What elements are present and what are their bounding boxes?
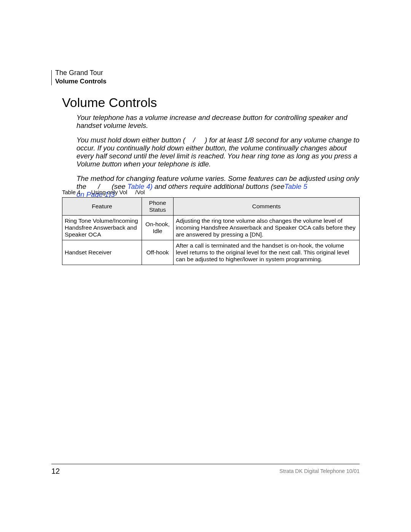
table-header-row: Feature Phone Status Comments <box>62 198 360 216</box>
section-name: Volume Controls <box>55 77 107 85</box>
chapter-name: The Grand Tour <box>55 69 107 77</box>
cell-feature: Handset Receiver <box>62 240 142 265</box>
page-content: The Grand Tour Volume Controls Volume Co… <box>51 69 360 479</box>
table-row: Ring Tone Volume/Incoming Handsfree Answ… <box>62 216 360 240</box>
cell-comments: After a call is terminated and the hands… <box>174 240 360 265</box>
col-feature: Feature <box>62 198 142 216</box>
col-comments: Comments <box>174 198 360 216</box>
page-title: Volume Controls <box>62 95 157 110</box>
table5-link[interactable]: Table 5 <box>284 182 307 190</box>
cell-comments: Adjusting the ring tone volume also chan… <box>174 216 360 240</box>
volume-table: Feature Phone Status Comments Ring Tone … <box>62 197 360 265</box>
cell-status: Off-hook <box>142 240 174 265</box>
cell-feature: Ring Tone Volume/Incoming Handsfree Answ… <box>62 216 142 240</box>
col-status: Phone Status <box>142 198 174 216</box>
header-divider <box>51 70 52 85</box>
page-number: 12 <box>51 467 60 476</box>
footer-rule <box>51 464 360 464</box>
paragraph: Your telephone has a volume increase and… <box>76 113 360 130</box>
footer-doc-id: Strata DK Digital Telephone 10/01 <box>279 468 360 474</box>
running-header: The Grand Tour Volume Controls <box>55 69 107 85</box>
table-row: Handset Receiver Off-hook After a call i… <box>62 240 360 265</box>
paragraph: You must hold down either button ( / ) f… <box>76 136 360 168</box>
table-caption: Table 4Using only Vol /Vol <box>62 189 145 195</box>
cell-status: On-hook, Idle <box>142 216 174 240</box>
